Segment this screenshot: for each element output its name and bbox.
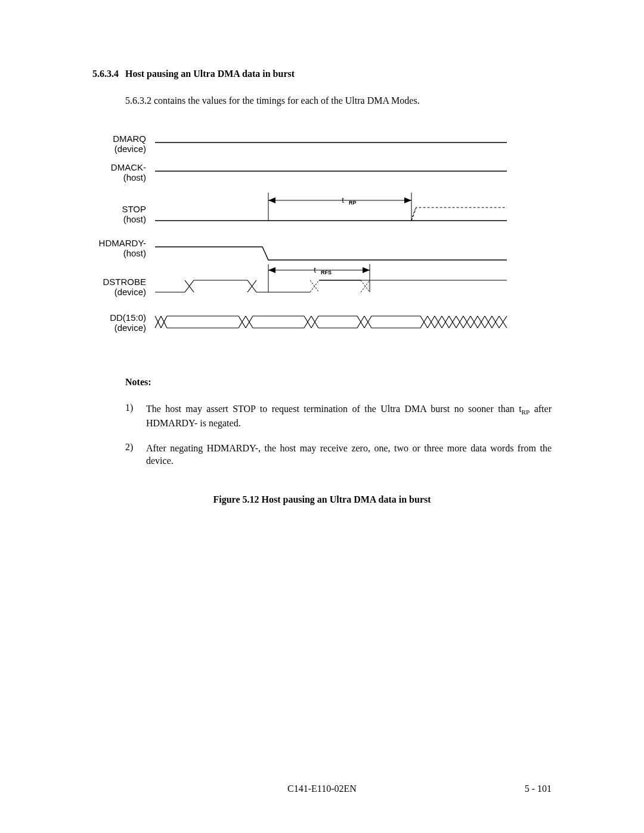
svg-text:(host): (host) bbox=[123, 214, 146, 224]
note-number: 2) bbox=[125, 442, 146, 467]
svg-marker-9 bbox=[404, 197, 411, 203]
section-number: 5.6.3.4 bbox=[92, 69, 125, 79]
footer-doc-id: C141-E110-02EN bbox=[287, 784, 357, 794]
footer-page-number: 5 - 101 bbox=[525, 784, 552, 794]
notes-heading: Notes: bbox=[125, 377, 552, 388]
timing-diagram: DMARQ (device) DMACK- (host) t RP STOP (… bbox=[89, 130, 519, 353]
svg-text:t: t bbox=[342, 196, 344, 205]
svg-text:RP: RP bbox=[349, 200, 357, 206]
note-number: 1) bbox=[125, 402, 146, 430]
svg-text:t: t bbox=[314, 265, 316, 274]
svg-marker-19 bbox=[268, 267, 275, 273]
svg-text:RFS: RFS bbox=[321, 270, 332, 275]
note-text: After negating HDMARDY-, the host may re… bbox=[146, 442, 552, 467]
page-content: 5.6.3.4Host pausing an Ultra DMA data in… bbox=[0, 0, 644, 505]
svg-marker-8 bbox=[268, 197, 275, 203]
intro-text: 5.6.3.2 contains the values for the timi… bbox=[125, 95, 552, 106]
figure-caption: Figure 5.12 Host pausing an Ultra DMA da… bbox=[92, 494, 552, 505]
svg-text:DMARQ: DMARQ bbox=[113, 134, 146, 144]
svg-text:(device): (device) bbox=[114, 144, 146, 154]
note-text: The host may assert STOP to request term… bbox=[146, 402, 552, 430]
svg-marker-20 bbox=[363, 267, 370, 273]
page-footer: C141-E110-02EN 5 - 101 bbox=[0, 784, 644, 794]
svg-text:(device): (device) bbox=[114, 323, 146, 333]
svg-text:DSTROBE: DSTROBE bbox=[103, 277, 146, 287]
svg-text:(host): (host) bbox=[123, 248, 146, 258]
note-item: 1) The host may assert STOP to request t… bbox=[125, 402, 552, 430]
svg-text:DD(15:0): DD(15:0) bbox=[110, 312, 146, 323]
notes-list: 1) The host may assert STOP to request t… bbox=[125, 402, 552, 467]
svg-text:(device): (device) bbox=[114, 287, 146, 297]
svg-text:HDMARDY-: HDMARDY- bbox=[99, 238, 146, 248]
svg-text:DMACK-: DMACK- bbox=[111, 162, 146, 172]
svg-text:(host): (host) bbox=[123, 172, 146, 182]
svg-text:STOP: STOP bbox=[122, 204, 146, 214]
section-title: Host pausing an Ultra DMA data in burst bbox=[125, 69, 295, 79]
section-heading: 5.6.3.4Host pausing an Ultra DMA data in… bbox=[92, 69, 552, 79]
note-item: 2) After negating HDMARDY-, the host may… bbox=[125, 442, 552, 467]
